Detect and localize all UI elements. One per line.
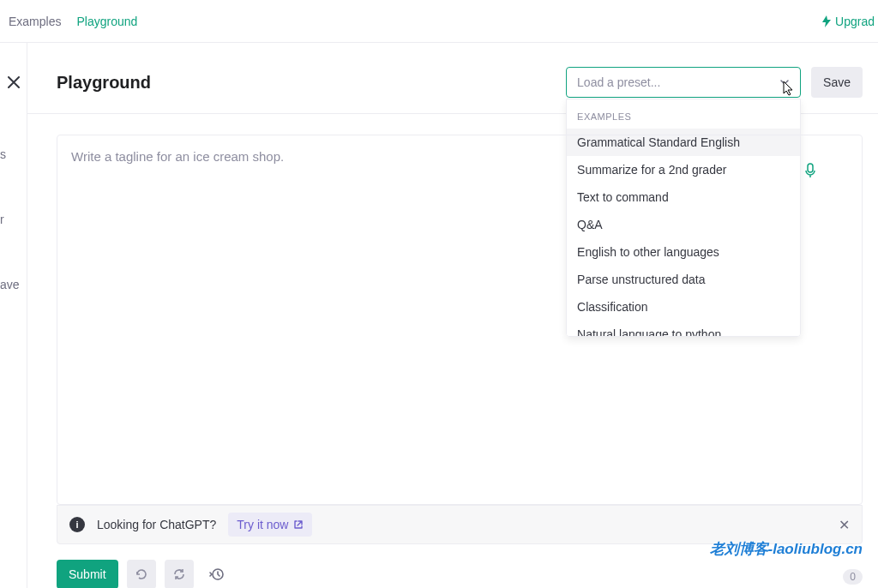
refresh-icon [172, 567, 186, 581]
content: Playground Load a preset... EXAMPLES Gra… [27, 43, 878, 588]
upgrade-label: Upgrad [835, 15, 875, 28]
lightning-icon [821, 15, 832, 27]
main-shell: s r ave Playground Load a preset... EXAM… [0, 43, 878, 588]
save-button[interactable]: Save [811, 67, 863, 98]
sidebar-item[interactable]: ave [0, 278, 27, 291]
tab-examples[interactable]: Examples [9, 15, 61, 28]
sidebar-close-button[interactable] [0, 69, 27, 96]
dropdown-section-header: EXAMPLES [567, 99, 800, 129]
page-title: Playground [57, 73, 151, 93]
close-icon [8, 76, 20, 88]
workspace: Write a tagline for an ice cream shop. i… [27, 114, 878, 588]
history-icon [209, 567, 225, 582]
undo-button[interactable] [127, 560, 156, 588]
token-counter: 0 [843, 569, 863, 585]
topbar: Examples Playground Upgrad [0, 0, 878, 43]
external-link-icon [293, 519, 304, 530]
preset-wrap: Load a preset... EXAMPLES Grammatical St… [566, 67, 801, 98]
try-label: Try it now [237, 518, 288, 531]
banner-close-button[interactable]: ✕ [839, 517, 850, 533]
bottom-toolbar: Submit [57, 560, 863, 588]
top-tabs: Examples Playground [9, 15, 137, 28]
preset-placeholder: Load a preset... [577, 75, 660, 89]
prompt-editor[interactable]: Write a tagline for an ice cream shop. [57, 135, 863, 505]
history-button[interactable] [202, 560, 232, 588]
try-it-now-button[interactable]: Try it now [228, 513, 312, 537]
tab-playground[interactable]: Playground [76, 15, 137, 28]
sidebar-item[interactable]: s [0, 147, 27, 161]
undo-icon [135, 567, 148, 581]
regenerate-button[interactable] [165, 560, 194, 588]
upgrade-link[interactable]: Upgrad [821, 15, 878, 28]
editor-column: Write a tagline for an ice cream shop. i… [57, 135, 863, 588]
sidebar-item[interactable]: r [0, 213, 27, 226]
submit-button[interactable]: Submit [57, 560, 118, 588]
preset-select[interactable]: Load a preset... [566, 67, 801, 98]
page-header: Playground Load a preset... EXAMPLES Gra… [27, 67, 878, 114]
sidebar: s r ave [0, 43, 27, 588]
info-icon: i [69, 517, 85, 532]
chatgpt-banner: i Looking for ChatGPT? Try it now ✕ [57, 505, 863, 544]
chevron-down-icon [779, 77, 790, 87]
banner-text: Looking for ChatGPT? [97, 518, 216, 531]
